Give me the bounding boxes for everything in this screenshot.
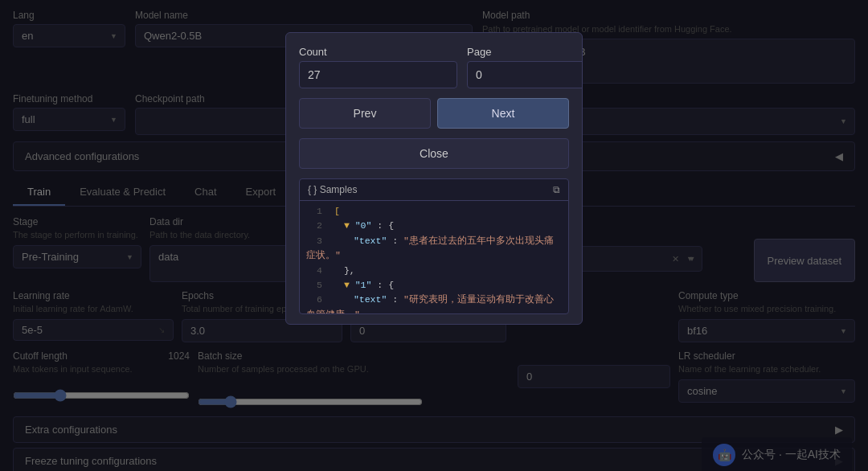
samples-label-icon: { } Samples <box>308 184 357 195</box>
samples-content: 1 [ 2 ▼ "0" : { 3 "text" <box>300 201 568 313</box>
next-button[interactable]: Next <box>437 98 569 129</box>
count-label: Count <box>299 46 457 58</box>
main-container: Lang en Model name Qwen2-0.5B Model path… <box>0 0 868 471</box>
samples-panel: { } Samples ⧉ 1 [ 2 ▼ "0" : { <box>299 178 569 314</box>
close-button[interactable]: Close <box>299 138 569 169</box>
code-line-6: 6 "text" : "研究表明，适量运动有助于改善心血管健康。" <box>306 293 562 313</box>
modal-controls: Count Page <box>286 33 582 88</box>
code-line-3: 3 "text" : "患者在过去的五年中多次出现头痛症状。" <box>306 234 562 264</box>
page-field: Page <box>467 46 583 88</box>
modal-nav-buttons: Prev Next <box>286 98 582 138</box>
modal: Count Page Prev Next Close { } S <box>285 32 583 325</box>
code-line-2: 2 ▼ "0" : { <box>306 219 562 233</box>
count-field: Count <box>299 46 457 88</box>
samples-header: { } Samples ⧉ <box>300 179 568 201</box>
code-line-1: 1 [ <box>306 204 562 219</box>
code-line-4: 4 }, <box>306 264 562 278</box>
page-input[interactable] <box>467 61 583 88</box>
modal-close-row: Close <box>286 138 582 178</box>
prev-button[interactable]: Prev <box>299 98 431 129</box>
copy-icon[interactable]: ⧉ <box>553 184 560 195</box>
page-label: Page <box>467 46 583 58</box>
modal-overlay: Count Page Prev Next Close { } S <box>0 0 868 471</box>
code-line-5: 5 ▼ "1" : { <box>306 278 562 293</box>
count-input[interactable] <box>299 61 457 88</box>
